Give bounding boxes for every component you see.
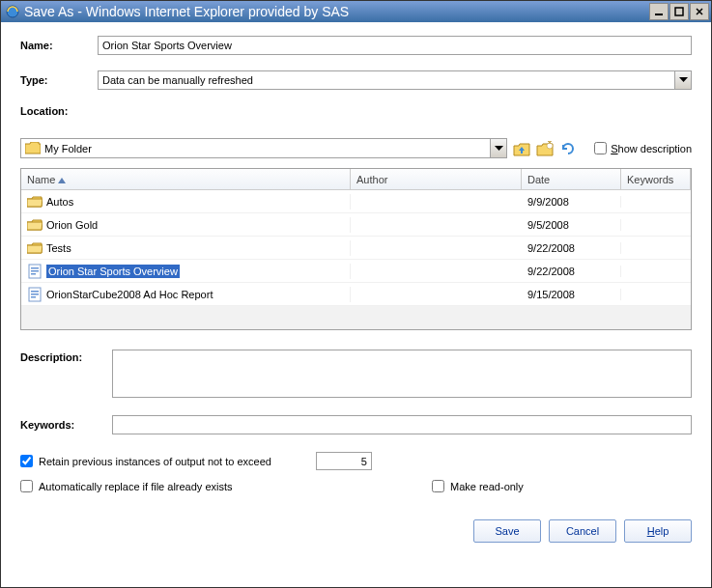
button-row: Save Cancel Help [20, 519, 692, 543]
svg-text:*: * [548, 141, 553, 150]
svg-rect-12 [31, 296, 36, 298]
chevron-down-icon [674, 71, 691, 89]
sort-asc-icon [58, 174, 66, 185]
svg-rect-7 [31, 270, 39, 272]
second-options-row: Automatically replace if file already ex… [20, 480, 692, 492]
replace-checkbox[interactable] [20, 480, 33, 492]
svg-rect-2 [675, 8, 683, 15]
svg-rect-10 [31, 291, 39, 293]
help-button[interactable]: Help [624, 519, 692, 543]
cancel-button[interactable]: Cancel [549, 519, 616, 543]
item-name: Tests [46, 242, 71, 254]
table-row[interactable]: Tests9/22/2008 [21, 237, 691, 260]
item-date: 9/9/2008 [522, 196, 621, 208]
description-input[interactable] [112, 350, 692, 398]
table-row[interactable]: OrionStarCube2008 Ad Hoc Report9/15/2008 [21, 283, 691, 306]
chevron-down-icon [490, 139, 506, 157]
retain-count-input[interactable] [316, 452, 372, 470]
svg-point-0 [7, 6, 18, 17]
readonly-checkbox[interactable] [432, 480, 444, 492]
item-name: Autos [46, 196, 73, 208]
location-row: My Folder * Show description [20, 138, 692, 158]
up-folder-icon[interactable] [513, 140, 530, 157]
save-button[interactable]: Save [473, 519, 541, 543]
retain-checkbox[interactable] [20, 455, 33, 467]
refresh-icon[interactable] [559, 140, 577, 157]
svg-rect-1 [655, 14, 663, 15]
folder-icon [25, 142, 41, 155]
file-icon [27, 287, 43, 302]
table-row[interactable]: Orion Gold9/5/2008 [21, 213, 691, 237]
location-select[interactable]: My Folder [20, 138, 507, 158]
type-value: Data can be manually refreshed [102, 74, 674, 86]
retain-option: Retain previous instances of output not … [20, 452, 692, 470]
keywords-row: Keywords: [20, 415, 692, 434]
col-keywords[interactable]: Keywords [621, 169, 691, 189]
svg-rect-11 [31, 294, 39, 295]
col-author[interactable]: Author [351, 169, 522, 189]
location-label: Location: [20, 105, 692, 117]
show-description-label: how description [618, 143, 692, 154]
keywords-label: Keywords: [20, 419, 112, 431]
col-date[interactable]: Date [522, 169, 621, 189]
show-description-checkbox[interactable]: Show description [594, 142, 692, 154]
svg-rect-8 [31, 273, 36, 275]
new-folder-icon[interactable]: * [536, 140, 554, 157]
name-input[interactable] [98, 36, 692, 55]
file-table: Name Author Date Keywords Autos9/9/2008O… [20, 168, 692, 330]
table-footer [21, 306, 691, 329]
window-title: Save As - Windows Internet Explorer prov… [24, 4, 649, 19]
titlebar: Save As - Windows Internet Explorer prov… [1, 1, 711, 22]
type-select[interactable]: Data can be manually refreshed [98, 70, 692, 90]
window-controls [649, 3, 709, 20]
retain-label: Retain previous instances of output not … [39, 456, 271, 467]
table-body: Autos9/9/2008Orion Gold9/5/2008Tests9/22… [21, 190, 691, 306]
type-label: Type: [20, 74, 98, 86]
svg-rect-6 [31, 267, 39, 269]
replace-label: Automatically replace if file already ex… [39, 481, 233, 492]
folder-icon [27, 217, 43, 233]
name-label: Name: [20, 40, 98, 51]
maximize-button[interactable] [669, 3, 689, 20]
item-name: OrionStarCube2008 Ad Hoc Report [46, 289, 213, 300]
description-label: Description: [20, 350, 112, 398]
table-row[interactable]: Autos9/9/2008 [21, 190, 691, 213]
close-button[interactable] [690, 3, 709, 20]
item-date: 9/22/2008 [522, 242, 621, 254]
item-date: 9/15/2008 [522, 289, 621, 300]
col-name[interactable]: Name [21, 169, 351, 189]
type-row: Type: Data can be manually refreshed [20, 70, 692, 90]
description-row: Description: [20, 350, 692, 398]
readonly-label: Make read-only [450, 481, 524, 492]
ie-icon [5, 4, 20, 19]
table-row[interactable]: Orion Star Sports Overview9/22/2008 [21, 260, 691, 283]
item-date: 9/5/2008 [522, 219, 621, 231]
name-row: Name: [20, 36, 692, 55]
location-value: My Folder [44, 143, 490, 154]
keywords-input[interactable] [112, 415, 692, 434]
show-description-input[interactable] [594, 142, 607, 154]
item-name: Orion Star Sports Overview [46, 265, 180, 278]
file-icon [27, 264, 43, 279]
table-header: Name Author Date Keywords [21, 169, 691, 190]
folder-icon [27, 240, 43, 256]
folder-icon [27, 194, 43, 210]
item-name: Orion Gold [46, 219, 98, 231]
minimize-button[interactable] [649, 3, 669, 20]
item-date: 9/22/2008 [522, 266, 621, 277]
